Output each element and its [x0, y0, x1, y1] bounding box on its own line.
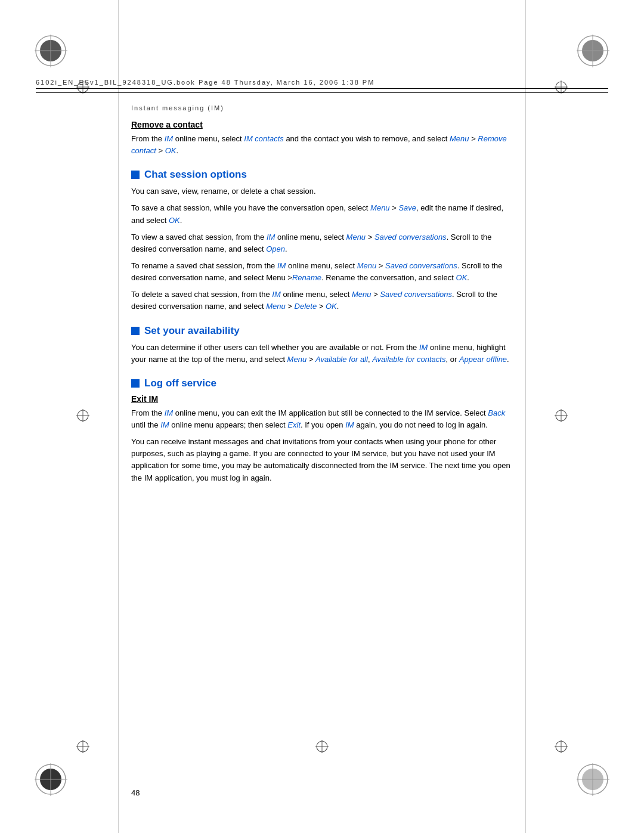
- decor-mid-left: [76, 409, 89, 425]
- chat-rename-link-menu: Menu: [357, 261, 377, 270]
- chat-delete-link-delete: Delete: [295, 302, 317, 311]
- avail-link-im: IM: [419, 343, 428, 352]
- set-availability-para: You can determine if other users can tel…: [131, 342, 513, 366]
- exit-im-para1: From the IM online menu, you can exit th…: [131, 407, 513, 431]
- chat-delete-link-menu: Menu: [352, 290, 371, 299]
- chat-view-link-savedconvos: Saved conversations: [374, 233, 447, 241]
- exit-im-heading: Exit IM: [131, 394, 513, 404]
- avail-link-menu: Menu: [287, 355, 307, 364]
- chat-view-link-open: Open: [266, 244, 285, 253]
- decor-top-right-outer: [577, 35, 609, 70]
- set-availability-heading-container: Set your availability: [131, 325, 513, 337]
- chat-rename-link-savedconvos: Saved conversations: [385, 261, 457, 270]
- avail-link-availall: Available for all: [315, 355, 368, 364]
- decor-mid-right: [555, 409, 568, 425]
- chat-session-section: Chat session options You can save, view,…: [131, 169, 513, 312]
- remove-contact-link-ok: OK: [165, 146, 177, 155]
- remove-contact-heading: Remove a contact: [131, 120, 513, 129]
- decor-top-left-outer: [35, 35, 67, 70]
- decor-bottom-right-outer: [577, 763, 609, 798]
- chat-session-para4: To rename a saved chat session, from the…: [131, 260, 513, 284]
- page-number: 48: [131, 788, 140, 797]
- chat-delete-link-menu2: Menu: [266, 302, 286, 311]
- chat-save-link-save: Save: [398, 203, 416, 212]
- chat-delete-link-savedconvos: Saved conversations: [380, 290, 452, 299]
- vline-left: [118, 0, 119, 833]
- page: 6102i_EN_ESv1_BIL_9248318_UG.book Page 4…: [0, 0, 644, 833]
- set-availability-section: Set your availability You can determine …: [131, 325, 513, 366]
- vline-right: [525, 0, 526, 833]
- set-availability-blue-square: [131, 327, 140, 335]
- header-file-info: 6102i_EN_ESv1_BIL_9248318_UG.book Page 4…: [36, 79, 608, 86]
- decor-bottom-right-inner: [555, 740, 568, 755]
- chat-session-heading: Chat session options: [144, 169, 247, 181]
- chat-save-link-menu: Menu: [370, 203, 390, 212]
- chat-session-para1: You can save, view, rename, or delete a …: [131, 185, 513, 197]
- exit-link-im2: IM: [160, 420, 169, 429]
- chat-delete-link-im: IM: [272, 290, 280, 299]
- header-bar-top: [36, 88, 608, 89]
- chat-view-link-im: IM: [267, 233, 275, 241]
- exit-link-back: Back: [488, 408, 505, 417]
- remove-contact-link-menu: Menu: [450, 134, 469, 143]
- chat-rename-link-ok: OK: [456, 273, 467, 282]
- remove-contact-text-mid2: and the contact you wish to remove, and …: [284, 134, 450, 143]
- chat-session-para2: To save a chat session, while you have t…: [131, 202, 513, 226]
- chat-view-link-menu: Menu: [346, 233, 366, 241]
- remove-contact-text-prefix: From the: [131, 134, 165, 143]
- decor-bottom-left-outer: [35, 763, 67, 798]
- log-off-blue-square: [131, 379, 140, 388]
- exit-link-exit: Exit: [287, 420, 301, 429]
- chat-delete-link-ok: OK: [326, 302, 337, 311]
- header-bar-bottom: [36, 92, 608, 93]
- exit-im-section: Exit IM From the IM online menu, you can…: [131, 394, 513, 484]
- chat-session-blue-square: [131, 171, 140, 179]
- exit-link-im1: IM: [165, 408, 173, 417]
- main-content: Instant messaging (IM) Remove a contact …: [131, 104, 513, 773]
- chat-save-link-ok: OK: [169, 216, 180, 225]
- set-availability-heading: Set your availability: [144, 325, 240, 337]
- chat-rename-link-im: IM: [277, 261, 286, 270]
- exit-link-im3: IM: [345, 420, 354, 429]
- remove-contact-section: Remove a contact From the IM online menu…: [131, 120, 513, 157]
- chat-session-para5: To delete a saved chat session, from the…: [131, 289, 513, 312]
- chat-rename-link-rename: Rename: [292, 273, 321, 282]
- exit-im-para2: You can receive instant messages and cha…: [131, 436, 513, 484]
- remove-contact-text-mid: online menu, select: [173, 134, 244, 143]
- avail-link-availcontacts: Available for contacts: [372, 355, 445, 364]
- avail-link-appearoffline: Appear offline: [459, 355, 507, 364]
- remove-contact-link-im: IM: [165, 134, 173, 143]
- chat-session-para3: To view a saved chat session, from the I…: [131, 231, 513, 255]
- decor-bottom-left-inner: [76, 740, 89, 755]
- log-off-heading-container: Log off service: [131, 377, 513, 389]
- log-off-section: Log off service Exit IM From the IM onli…: [131, 377, 513, 484]
- chat-session-heading-container: Chat session options: [131, 169, 513, 181]
- section-label: Instant messaging (IM): [131, 104, 513, 112]
- remove-contact-para: From the IM online menu, select IM conta…: [131, 133, 513, 157]
- log-off-heading: Log off service: [144, 377, 216, 389]
- remove-contact-link-imcontacts: IM contacts: [244, 134, 283, 143]
